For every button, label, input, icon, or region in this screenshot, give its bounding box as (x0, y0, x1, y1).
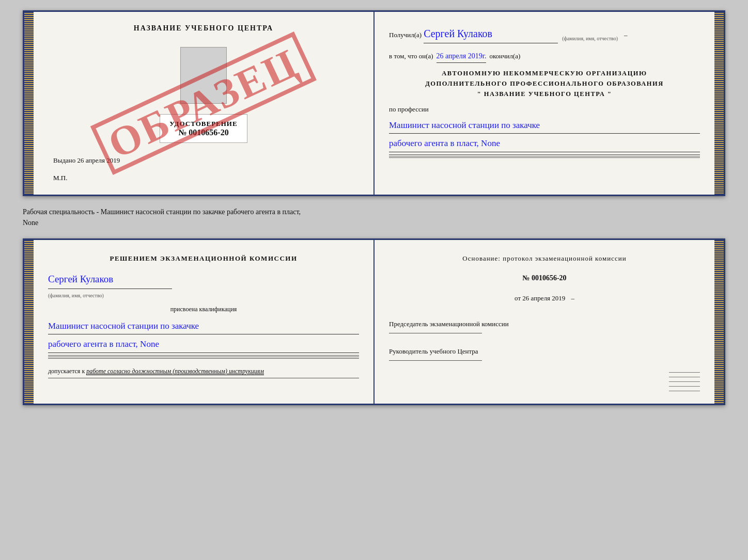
predsedatel-label: Председатель экзаменационной комиссии (389, 319, 700, 329)
bot-left-panel: Решением экзаменационной комиссии Сергей… (34, 240, 375, 404)
dash-line-3 (389, 157, 700, 158)
poluchil-line: Получил(а) Сергей Кулаков (фамилия, имя,… (389, 24, 700, 43)
ot-prefix: от (515, 294, 521, 302)
subtitle-line2: None (23, 217, 725, 228)
r-dash-5 (669, 391, 700, 391)
okonchil-label: окончил(а) (489, 50, 520, 62)
subtitle-block: Рабочая специальность - Машинист насосно… (23, 204, 725, 230)
bot-name-block: Сергей Кулаков (фамилия, имя, отчество) (48, 270, 359, 301)
subtitle-line1: Рабочая специальность - Машинист насосно… (23, 206, 725, 217)
osnovanie-title: Основание: протокол экзаменационной коми… (389, 252, 700, 264)
bot-right-panel: Основание: протокол экзаменационной коми… (375, 240, 714, 404)
rukovoditel-label: Руководитель учебного Центра (389, 347, 700, 356)
bot-fio-hint: (фамилия, имя, отчество) (48, 293, 104, 298)
vtom-line: в том, что он(а) 26 апреля 2019г. окончи… (389, 50, 700, 63)
udostoverenie-block: УДОСТОВЕРЕНИЕ № 0010656-20 (160, 114, 247, 143)
r-dash-2 (669, 377, 700, 377)
bot-prof-line2: рабочего агента в пласт, None (48, 337, 359, 353)
org-line2: ДОПОЛНИТЕЛЬНОГО ПРОФЕССИОНАЛЬНОГО ОБРАЗО… (389, 78, 700, 89)
prisvoena-label: присвоена квалификация (48, 304, 359, 315)
vydano-line: Выдано 26 апреля 2019 (53, 156, 120, 165)
left-border-decor (24, 12, 34, 195)
ot-date-block: от 26 апреля 2019 – (389, 292, 700, 304)
reshenie-title: Решением экзаменационной комиссии (48, 252, 359, 264)
bot-dash-3 (48, 358, 359, 359)
ot-date: 26 апреля 2019 (522, 294, 565, 302)
po-professii-label: по профессии (389, 103, 700, 115)
right-border-decor-bot (714, 240, 724, 404)
vtom-prefix: в том, что он(а) (389, 50, 433, 62)
cert-right-panel: Получил(а) Сергей Кулаков (фамилия, имя,… (375, 12, 714, 195)
right-dashes (389, 372, 700, 391)
dash-after-name: – (624, 29, 628, 41)
bot-dash-4 (48, 378, 359, 378)
prof-line1-top: Машинист насосной станции по закачке (389, 118, 700, 134)
left-border-decor-bot (24, 240, 34, 404)
predsedatel-line (389, 333, 482, 333)
rukovoditel-line (389, 360, 482, 361)
fio-hint-top: (фамилия, имя, отчество) (562, 34, 618, 43)
dash-line-2 (389, 156, 700, 156)
dopusk-prefix: допускается к (48, 367, 85, 375)
photo-placeholder (180, 47, 227, 104)
rukovoditel-block: Руководитель учебного Центра (389, 347, 700, 365)
r-dash-4 (669, 386, 700, 387)
dopusk-line: допускается к работе согласно должностны… (48, 366, 359, 377)
cert-left-panel: НАЗВАНИЕ УЧЕБНОГО ЦЕНТРА ОБРАЗЕЦ УДОСТОВ… (34, 12, 375, 195)
protokol-number: № 0010656-20 (389, 271, 700, 284)
bot-prof-line1: Машинист насосной станции по закачке (48, 318, 359, 335)
bottom-certificate: Решением экзаменационной комиссии Сергей… (23, 238, 725, 405)
bot-dash-2 (48, 357, 359, 357)
dash-line-1 (389, 154, 700, 155)
dopusk-text: работе согласно должностным (производств… (86, 367, 264, 375)
right-border-decor-top (714, 12, 724, 195)
udost-number: № 0010656-20 (169, 128, 237, 137)
cert-left-title: НАЗВАНИЕ УЧЕБНОГО ЦЕНТРА (134, 24, 273, 33)
top-certificate: НАЗВАНИЕ УЧЕБНОГО ЦЕНТРА ОБРАЗЕЦ УДОСТОВ… (23, 10, 725, 196)
poluchil-name: Сергей Кулаков (424, 24, 558, 43)
org-block: АВТОНОМНУЮ НЕКОММЕРЧЕСКУЮ ОРГАНИЗАЦИЮ ДО… (389, 68, 700, 99)
prof-line2-top: рабочего агента в пласт, None (389, 136, 700, 152)
bot-name: Сергей Кулаков (48, 270, 172, 289)
predsedatel-block: Председатель экзаменационной комиссии (389, 319, 700, 338)
vtom-date: 26 апреля 2019г. (437, 50, 487, 63)
mp-label: М.П. (53, 174, 67, 182)
bot-dash-1 (48, 355, 359, 356)
r-dash-3 (669, 381, 700, 382)
udost-label: УДОСТОВЕРЕНИЕ (169, 120, 237, 128)
org-line3: " НАЗВАНИЕ УЧЕБНОГО ЦЕНТРА " (389, 89, 700, 99)
r-dash-1 (669, 372, 700, 373)
poluchil-label: Получил(а) (389, 29, 422, 41)
org-line1: АВТОНОМНУЮ НЕКОММЕРЧЕСКУЮ ОРГАНИЗАЦИЮ (389, 68, 700, 78)
